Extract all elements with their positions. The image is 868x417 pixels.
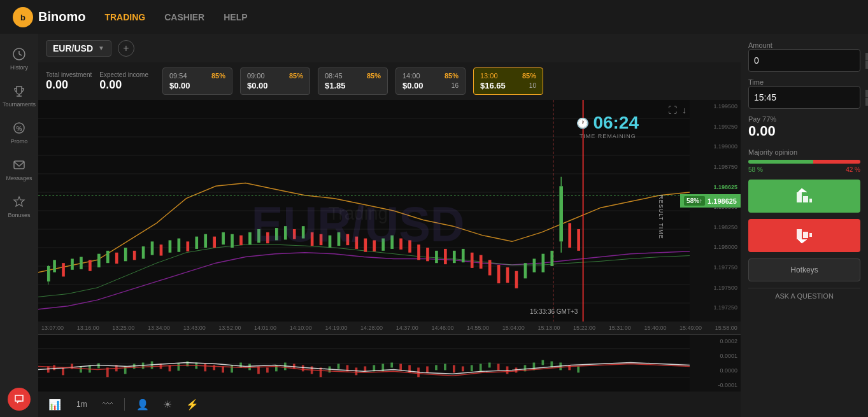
majority-section: Majority opinion 58 % 42 % (748, 146, 860, 173)
download-icon[interactable]: ↓ (682, 105, 687, 115)
nav-cashier[interactable]: CASHIER (164, 12, 204, 22)
x-label-8: 14:19:00 (325, 325, 347, 331)
trading-header: EUR/USD ▼ + (38, 34, 741, 62)
time-down-btn[interactable]: ▼ (865, 98, 868, 106)
x-label-18: 15:49:00 (679, 325, 702, 331)
y-label-10: 1.197250 (690, 304, 741, 311)
time-input[interactable] (754, 92, 865, 102)
ask-question-button[interactable]: ASK A QUESTION (748, 288, 860, 304)
majority-label: Majority opinion (748, 148, 797, 156)
tc-val-0: $0.00 (169, 81, 190, 90)
svg-rect-83 (542, 254, 545, 272)
majority-red-bar (813, 160, 860, 164)
tc-time-1: 09:00 (247, 72, 265, 80)
sidebar-item-bonuses[interactable]: Bonuses (0, 188, 38, 225)
add-pair-button[interactable]: + (118, 40, 134, 57)
time-card-2[interactable]: 08:45 85% $1.85 (318, 67, 388, 95)
sidebar-item-messages-label: Messages (6, 175, 32, 181)
svg-rect-82 (533, 258, 536, 272)
svg-rect-156 (797, 192, 802, 202)
svg-rect-30 (71, 258, 74, 269)
right-panel: Amount ▲ ▼ Time ▲ ▼ Pay 77% 0.00 (741, 34, 868, 417)
svg-rect-32 (89, 260, 92, 271)
line-chart-icon[interactable]: 〰 (100, 396, 115, 413)
time-remaining-box: 🕐 06:24 TIME REMAINING (576, 113, 639, 139)
sidebar-item-history[interactable]: History (0, 40, 38, 77)
timeframe-1m[interactable]: 1m (73, 397, 91, 411)
sidebar-item-tournaments[interactable]: Tournaments (0, 77, 38, 114)
main-layout: History Tournaments % Promo (0, 34, 868, 417)
x-label-19: 15:58:00 (715, 325, 737, 331)
time-card-4[interactable]: 13:00 85% $16.65 10 (473, 67, 543, 95)
sidebar-item-promo-label: Promo (11, 138, 28, 145)
sidebar-item-tournaments-label: Tournaments (3, 101, 36, 108)
total-investment-value: 0.00 (46, 78, 92, 92)
svg-rect-76 (480, 255, 483, 269)
tc-pct-2: 85% (367, 72, 381, 80)
chart-xaxis: 13:07:00 13:16:00 13:25:00 13:34:00 13:4… (38, 322, 741, 334)
x-label-5: 13:52:00 (218, 325, 241, 331)
x-label-1: 13:16:00 (77, 325, 99, 331)
time-circle: 🕐 06:24 (576, 113, 639, 133)
sidebar-item-messages[interactable]: Messages (0, 151, 38, 188)
svg-rect-151 (542, 360, 544, 365)
expand-icon[interactable]: ⛶ (668, 105, 677, 115)
top-nav: b Binomo TRADING CASHIER HELP (0, 0, 868, 34)
bar-chart-icon[interactable]: 📊 (46, 396, 64, 413)
time-remaining-label: TIME REMAINING (580, 133, 636, 139)
osc-y-2: 0.0000 (690, 367, 741, 374)
chart-timestamp: 15:33:36 GMT+3 (530, 308, 578, 315)
x-label-3: 13:34:00 (148, 325, 170, 331)
nav-help[interactable]: HELP (224, 12, 247, 22)
svg-rect-154 (568, 365, 571, 370)
btn-up[interactable] (748, 180, 860, 213)
pay-section: Pay 77% 0.00 (748, 115, 860, 139)
x-label-4: 13:43:00 (183, 325, 206, 331)
y-label-2: 1.199000 (690, 143, 741, 150)
nav-links: TRADING CASHIER HELP (104, 12, 247, 22)
btn-down[interactable] (748, 219, 860, 252)
person-icon[interactable]: 👤 (134, 396, 152, 413)
sidebar-item-promo[interactable]: % Promo (0, 114, 38, 151)
svg-rect-31 (80, 257, 83, 269)
svg-rect-43 (187, 241, 190, 251)
total-investment-label: Total investment (46, 71, 92, 78)
amount-input-wrapper: ▲ ▼ (748, 49, 860, 72)
nav-trading[interactable]: TRADING (104, 12, 145, 22)
hotkeys-button[interactable]: Hotkeys (748, 258, 860, 281)
amount-input[interactable] (754, 55, 865, 66)
time-up-btn[interactable]: ▲ (865, 90, 868, 97)
brightness-icon[interactable]: ☀ (160, 396, 174, 413)
svg-rect-124 (302, 365, 304, 371)
oscillator-panel: ↑ ✕ (38, 334, 741, 392)
x-label-2: 13:25:00 (112, 325, 134, 331)
promo-icon: % (11, 120, 27, 136)
chat-button[interactable] (8, 388, 31, 411)
osc-svg-container (38, 335, 690, 392)
svg-rect-96 (53, 365, 55, 370)
pay-label: Pay 77% (748, 115, 860, 123)
amount-down-btn[interactable]: ▼ (865, 61, 868, 69)
price-badge: 58%↑ 1.198625 (680, 194, 741, 208)
x-label-15: 15:22:00 (573, 325, 595, 331)
pay-value: 0.00 (748, 123, 860, 139)
time-countdown: 06:24 (593, 113, 639, 133)
power-icon[interactable]: ⚡ (183, 396, 201, 413)
amount-label: Amount (748, 41, 860, 49)
majority-red-pct: 42 % (846, 166, 860, 173)
svg-rect-120 (266, 367, 269, 372)
pair-selector[interactable]: EUR/USD ▼ (46, 40, 111, 57)
clock-icon: 🕐 (576, 117, 589, 129)
amount-up-btn[interactable]: ▲ (865, 53, 868, 60)
osc-y-1: 0.0001 (690, 353, 741, 359)
svg-rect-143 (471, 365, 473, 371)
svg-rect-139 (435, 365, 438, 370)
time-card-0[interactable]: 09:54 85% $0.00 (162, 67, 232, 95)
svg-rect-158 (809, 199, 812, 202)
chart-bottom-toolbar: 📊 1m 〰 👤 ☀ ⚡ (38, 392, 741, 417)
time-card-3[interactable]: 14:00 85% $0.00 16 (395, 67, 466, 95)
svg-rect-134 (390, 363, 393, 368)
time-card-1[interactable]: 09:00 85% $0.00 (240, 67, 310, 95)
tc-time-0: 09:54 (169, 72, 187, 80)
svg-rect-140 (444, 364, 446, 370)
